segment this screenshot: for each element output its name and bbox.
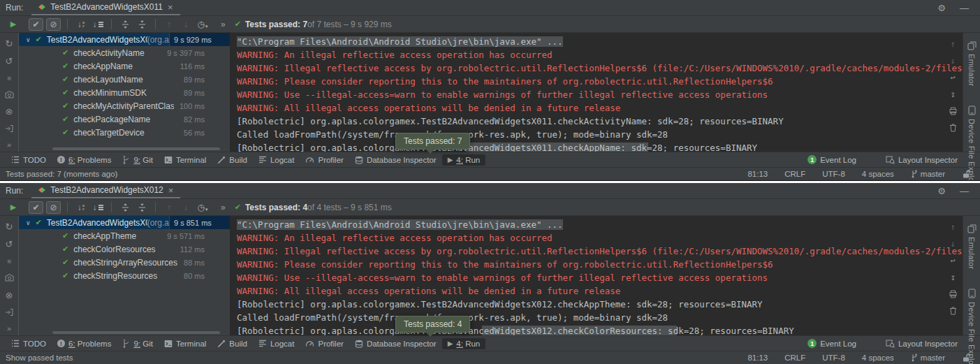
toolwindow-button-build[interactable]: Build: [212, 338, 253, 349]
show-passed-toggle[interactable]: ✔: [29, 201, 43, 214]
status-segment[interactable]: 81:13: [747, 170, 768, 178]
status-segment[interactable]: 81:13: [747, 354, 768, 362]
test-tree[interactable]: ∨ ✔ TestB2AdvancedWidgetsX012 (org.a 9 s…: [19, 216, 230, 335]
toolwindow-button-build[interactable]: Build: [212, 154, 253, 166]
test-row[interactable]: ✔ checkStringArrayResources 88 ms: [19, 256, 230, 269]
toolwindow-button-database-inspector[interactable]: Database Inspector: [349, 338, 442, 349]
close-icon[interactable]: ×: [168, 3, 173, 12]
event-log-button[interactable]: 1 Event Log: [802, 154, 862, 166]
test-row[interactable]: ✔ checkStringResources 80 ms: [19, 269, 230, 282]
more-actions-icon[interactable]: »: [221, 20, 226, 29]
status-segment[interactable]: CRLF: [784, 354, 805, 362]
device-file-explorer-tool-button[interactable]: Device File Explorer: [967, 105, 976, 180]
next-failed-test-button[interactable]: ↓: [179, 201, 193, 214]
soft-wrap-icon[interactable]: ↩: [948, 73, 958, 82]
import-test-results-icon[interactable]: [4, 307, 14, 316]
layout-inspector-button[interactable]: Layout Inspector: [880, 154, 963, 166]
next-failed-test-button[interactable]: ↓: [179, 18, 193, 31]
layout-inspector-button[interactable]: Layout Inspector: [880, 338, 963, 349]
rerun-tests-button[interactable]: ▶: [6, 18, 20, 31]
scroll-down-icon[interactable]: ↓: [948, 56, 958, 66]
horizontal-scrollbar[interactable]: [52, 331, 220, 334]
clear-icon[interactable]: ⊗: [4, 106, 14, 116]
horizontal-scrollbar[interactable]: [52, 147, 220, 150]
clear-icon[interactable]: ⊗: [4, 290, 14, 300]
toolwindow-button-terminal[interactable]: Terminal: [159, 338, 212, 349]
test-row[interactable]: ✔ checkLayoutName 89 ms: [19, 73, 230, 86]
scroll-up-icon[interactable]: ↑: [948, 39, 958, 49]
test-history-button[interactable]: ◷▾: [196, 201, 210, 214]
scroll-to-end-icon[interactable]: ↧: [948, 272, 958, 282]
screenshot-icon[interactable]: [4, 90, 14, 99]
run-tab[interactable]: TestB2AdvancedWidgetsX011 ×: [31, 0, 180, 15]
settings-gear-icon[interactable]: ⚙: [937, 186, 946, 196]
test-row[interactable]: ✔ checkAppName 116 ms: [19, 59, 230, 73]
more-actions-icon[interactable]: »: [221, 203, 226, 212]
toolwindow-button-logcat[interactable]: Logcat: [253, 154, 300, 166]
expander-chevron-icon[interactable]: ∨: [26, 219, 31, 226]
settings-gear-icon[interactable]: ⚙: [937, 3, 946, 13]
sort-alphabetically-button[interactable]: ↓az: [74, 201, 88, 214]
toolwindow-button-problems[interactable]: ! 6: Problems: [52, 154, 117, 166]
toolwindow-button-todo[interactable]: TODO: [6, 154, 52, 166]
show-ignored-toggle[interactable]: ⊘: [46, 18, 61, 31]
stop-icon[interactable]: ■: [4, 73, 14, 82]
rerun-tests-button[interactable]: ▶: [6, 201, 20, 214]
status-segment[interactable]: 4 spaces: [862, 354, 894, 362]
rerun-icon[interactable]: ↻: [4, 221, 14, 231]
toolwindow-button-run[interactable]: ▶ 4: Run: [442, 338, 486, 349]
show-ignored-toggle[interactable]: ⊘: [46, 201, 61, 214]
console-output[interactable]: "C:\Program Files\Android\Android Studio…: [230, 33, 963, 152]
test-row[interactable]: ✔ checkTargetDevice 56 ms: [19, 126, 230, 139]
toolwindow-button-terminal[interactable]: Terminal: [159, 154, 212, 166]
stop-icon[interactable]: ■: [4, 256, 14, 265]
git-branch-widget[interactable]: master: [911, 354, 945, 362]
toolwindow-button-database-inspector[interactable]: Database Inspector: [349, 154, 442, 166]
test-row[interactable]: ✔ checkPackageName 82 ms: [19, 112, 230, 126]
status-segment[interactable]: UTF-8: [822, 354, 845, 362]
toolwindow-button-todo[interactable]: TODO: [6, 338, 52, 349]
toolwindow-button-profiler[interactable]: Profiler: [300, 338, 349, 349]
test-row[interactable]: ✔ checkColorResources 112 ms: [19, 242, 230, 256]
status-segment[interactable]: 4 spaces: [862, 170, 894, 178]
toolwindow-button-problems[interactable]: ! 6: Problems: [52, 338, 117, 349]
test-history-button[interactable]: ◷▾: [196, 18, 210, 31]
test-row[interactable]: ✔ checkAppTheme 9 s 571 ms: [19, 229, 230, 242]
soft-wrap-icon[interactable]: ↩: [948, 256, 958, 265]
scroll-up-icon[interactable]: ↑: [948, 222, 958, 232]
close-icon[interactable]: ×: [168, 186, 174, 195]
toolwindow-button-run[interactable]: ▶ 4: Run: [442, 154, 486, 166]
toolwindow-button-profiler[interactable]: Profiler: [300, 154, 349, 166]
toolwindow-button-git[interactable]: 9: Git: [117, 338, 159, 349]
print-icon[interactable]: [948, 289, 958, 299]
test-tree[interactable]: ∨ ✔ TestB2AdvancedWidgetsX011 (org.a 9 s…: [19, 33, 230, 152]
clear-console-icon[interactable]: [948, 123, 958, 133]
run-tab[interactable]: TestB2AdvancedWidgetsX012 ×: [31, 183, 180, 198]
clear-console-icon[interactable]: [948, 306, 958, 316]
rerun-failed-tests-icon[interactable]: ↺: [4, 56, 14, 66]
sort-by-duration-button[interactable]: ↓: [91, 201, 105, 214]
status-segment[interactable]: UTF-8: [822, 170, 845, 178]
collapse-all-button[interactable]: [135, 201, 149, 214]
sort-alphabetically-button[interactable]: ↓az: [74, 18, 88, 31]
test-row[interactable]: ✔ checkMyActivityParentClass 100 ms: [19, 99, 230, 112]
minimize-icon[interactable]: —: [960, 186, 969, 196]
import-test-results-icon[interactable]: [4, 124, 14, 133]
toolwindow-button-git[interactable]: 9: Git: [117, 154, 159, 166]
expander-chevron-icon[interactable]: ∨: [26, 36, 31, 43]
previous-failed-test-button[interactable]: ↑: [162, 18, 176, 31]
test-row[interactable]: ✔ checkActivityName 9 s 397 ms: [19, 46, 230, 59]
collapse-all-button[interactable]: [135, 18, 149, 31]
expand-all-button[interactable]: [118, 18, 132, 31]
device-file-explorer-tool-button[interactable]: Device File Explorer: [967, 289, 976, 364]
previous-failed-test-button[interactable]: ↑: [162, 201, 176, 214]
event-log-button[interactable]: 1 Event Log: [802, 337, 862, 349]
print-icon[interactable]: [948, 106, 958, 116]
minimize-icon[interactable]: —: [960, 3, 969, 13]
hidden-toolbar-actions-icon[interactable]: »: [7, 324, 11, 333]
scroll-to-end-icon[interactable]: ↧: [948, 89, 958, 99]
rerun-icon[interactable]: ↻: [4, 38, 14, 48]
screenshot-icon[interactable]: [4, 273, 14, 282]
console-output[interactable]: "C:\Program Files\Android\Android Studio…: [230, 216, 963, 335]
toolwindow-button-logcat[interactable]: Logcat: [253, 338, 300, 349]
